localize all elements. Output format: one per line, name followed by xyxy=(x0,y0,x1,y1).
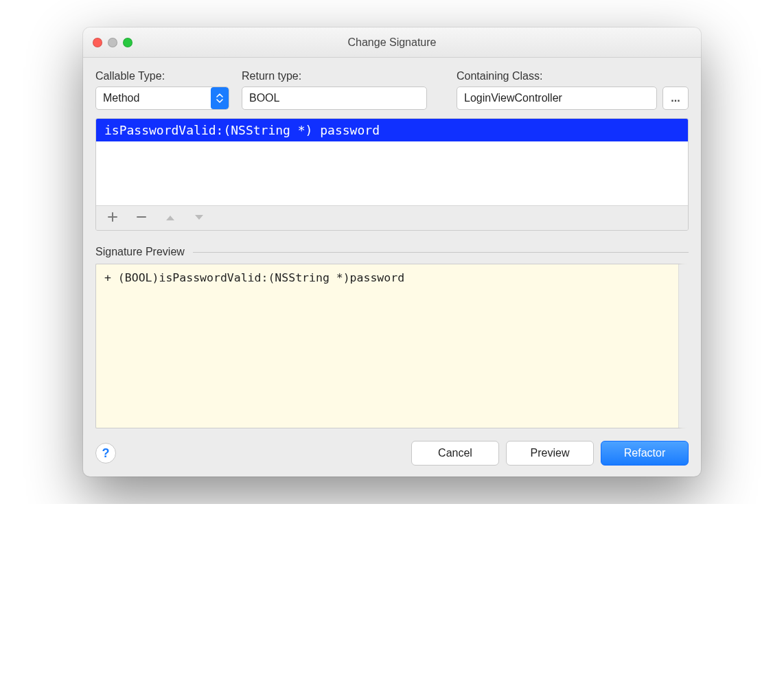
signature-preview-section: Signature Preview + (BOOL)isPasswordVali… xyxy=(95,246,689,428)
signature-preview-label: Signature Preview xyxy=(95,246,185,258)
signature-preview-box: + (BOOL)isPasswordValid:(NSString *)pass… xyxy=(95,264,689,428)
callable-type-select[interactable]: Method xyxy=(95,87,229,110)
divider xyxy=(193,252,689,253)
add-icon xyxy=(107,211,118,225)
scrollbar[interactable] xyxy=(678,264,688,428)
help-button[interactable]: ? xyxy=(95,443,116,463)
callable-type-label: Callable Type: xyxy=(95,70,229,82)
parameters-toolbar xyxy=(96,205,688,230)
parameters-panel: isPasswordValid:(NSString *) password xyxy=(95,118,689,231)
parameters-list[interactable]: isPasswordValid:(NSString *) password xyxy=(96,119,688,205)
dialog-footer: ? Cancel Preview Refactor xyxy=(95,441,689,466)
window-title: Change Signature xyxy=(83,36,701,49)
add-parameter-button[interactable] xyxy=(106,211,119,225)
close-window-button[interactable] xyxy=(93,38,102,47)
minimize-window-button[interactable] xyxy=(108,38,117,47)
select-arrows-icon xyxy=(211,87,229,109)
parameter-row[interactable]: isPasswordValid:(NSString *) password xyxy=(96,119,688,141)
containing-class-input[interactable] xyxy=(457,87,657,110)
return-type-label: Return type: xyxy=(242,70,427,82)
refactor-button[interactable]: Refactor xyxy=(601,441,689,466)
dialog-content: Callable Type: Method Return type: Conta… xyxy=(83,58,701,477)
zoom-window-button[interactable] xyxy=(123,38,132,47)
return-type-input[interactable] xyxy=(242,87,427,110)
move-down-button xyxy=(192,211,206,225)
callable-type-group: Callable Type: Method xyxy=(95,70,229,110)
move-up-button xyxy=(163,211,177,225)
remove-icon xyxy=(136,211,147,225)
move-down-icon xyxy=(194,213,204,223)
signature-preview-code: + (BOOL)isPasswordValid:(NSString *)pass… xyxy=(104,271,671,284)
window-controls xyxy=(93,38,132,47)
move-up-icon xyxy=(165,213,175,223)
return-type-group: Return type: xyxy=(242,70,427,110)
titlebar: Change Signature xyxy=(83,27,701,58)
change-signature-dialog: Change Signature Callable Type: Method R… xyxy=(83,27,701,477)
containing-class-group: Containing Class: ... xyxy=(457,70,689,110)
preview-button[interactable]: Preview xyxy=(506,441,594,466)
containing-class-browse-button[interactable]: ... xyxy=(662,87,689,110)
callable-type-value: Method xyxy=(96,92,211,104)
containing-class-label: Containing Class: xyxy=(457,70,689,82)
cancel-button[interactable]: Cancel xyxy=(411,441,499,466)
remove-parameter-button[interactable] xyxy=(135,211,148,225)
signature-preview-wrapper: + (BOOL)isPasswordValid:(NSString *)pass… xyxy=(95,264,689,428)
